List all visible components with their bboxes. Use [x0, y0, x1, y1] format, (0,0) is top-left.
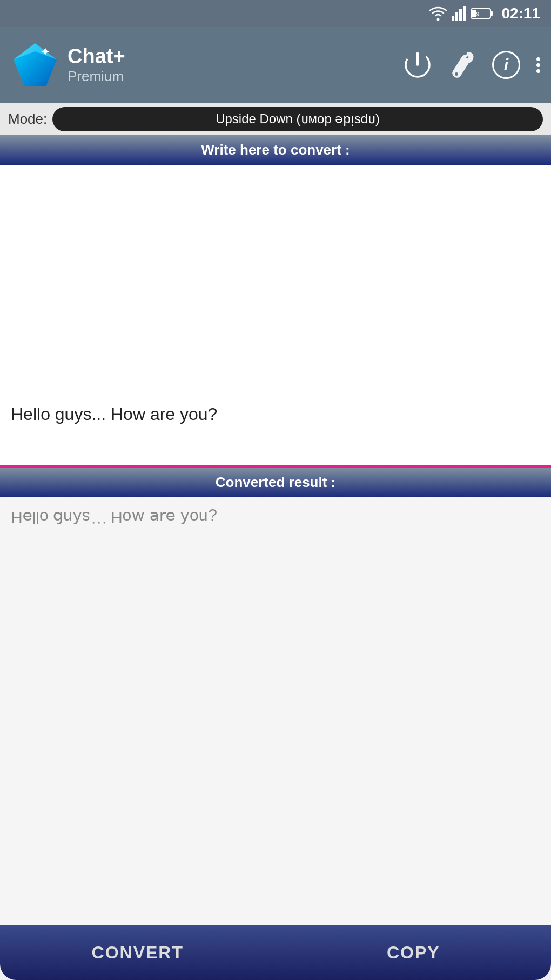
- svg-rect-2: [455, 12, 458, 21]
- app-title-container: Chat+ Premium: [68, 45, 125, 85]
- result-header-text: Converted result :: [216, 474, 336, 491]
- status-icons: 29 02:11: [429, 5, 540, 22]
- wifi-icon: [429, 6, 447, 21]
- write-section-header: Write here to convert :: [0, 135, 551, 165]
- app-logo: ✦: [11, 41, 59, 89]
- signal-icon: [452, 6, 467, 21]
- mode-bar: Mode: Upside Down (ᴜмop ǝpᴉsdᴜ): [0, 103, 551, 135]
- info-button[interactable]: i: [492, 51, 520, 79]
- copy-button[interactable]: COPY: [276, 925, 552, 980]
- app-subtitle: Premium: [68, 68, 125, 85]
- convert-button[interactable]: CONVERT: [0, 925, 276, 980]
- power-button[interactable]: [404, 51, 432, 79]
- svg-point-0: [437, 18, 440, 21]
- mode-selector-text: Upside Down (ᴜмop ǝpᴉsdᴜ): [216, 111, 380, 126]
- result-section-header: Converted result :: [0, 468, 551, 497]
- svg-rect-6: [490, 11, 493, 16]
- svg-rect-3: [459, 9, 462, 21]
- mode-label: Mode:: [8, 111, 47, 128]
- svg-rect-4: [463, 6, 466, 21]
- info-circle: i: [492, 51, 520, 79]
- three-dots-icon: [536, 57, 540, 73]
- svg-point-15: [455, 72, 458, 76]
- svg-rect-1: [452, 16, 454, 21]
- battery-indicator: 29: [471, 8, 493, 19]
- result-text: ¿noʎ ǝɹɐ ʍoH ˙˙˙sʎnɓ ollǝH: [11, 508, 218, 527]
- wrench-button[interactable]: [448, 51, 476, 79]
- mode-selector[interactable]: Upside Down (ᴜмop ǝpᴉsdᴜ): [52, 107, 543, 131]
- svg-text:29: 29: [473, 11, 480, 17]
- more-options-button[interactable]: [536, 57, 540, 73]
- result-area: ¿noʎ ǝɹɐ ʍoH ˙˙˙sʎnɓ ollǝH: [0, 497, 551, 968]
- logo-container: ✦ Chat+ Premium: [11, 41, 393, 89]
- header-icons: i: [404, 51, 540, 79]
- app-name: Chat+: [68, 45, 125, 68]
- input-divider: [0, 465, 551, 468]
- status-bar: 29 02:11: [0, 0, 551, 27]
- app-header: ✦ Chat+ Premium i: [0, 27, 551, 103]
- input-text: Hello guys... How are you?: [11, 404, 217, 424]
- input-area[interactable]: Hello guys... How are you?: [0, 165, 551, 468]
- svg-text:✦: ✦: [41, 46, 50, 58]
- write-header-text: Write here to convert :: [201, 142, 350, 158]
- bottom-buttons: CONVERT COPY: [0, 925, 551, 980]
- status-time: 02:11: [501, 5, 540, 22]
